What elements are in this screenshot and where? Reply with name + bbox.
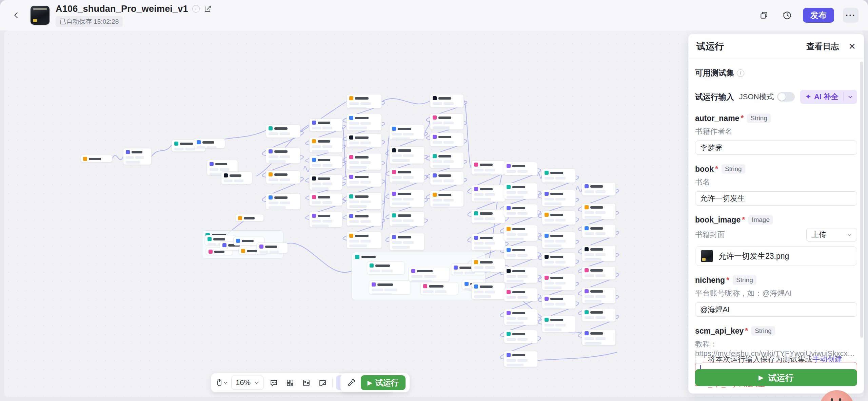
workflow-node[interactable]: [582, 203, 616, 219]
workflow-node[interactable]: [309, 156, 342, 169]
workflow-node[interactable]: [471, 161, 505, 175]
workflow-node[interactable]: [430, 171, 464, 185]
workflow-node[interactable]: [430, 113, 464, 130]
workflow-node[interactable]: [471, 282, 505, 299]
workflow-node[interactable]: [235, 214, 264, 221]
publish-button[interactable]: 发布: [803, 8, 834, 23]
workflow-node[interactable]: [504, 309, 538, 325]
workflow-node[interactable]: [582, 224, 616, 238]
info-icon[interactable]: i: [737, 69, 744, 77]
workflow-node[interactable]: [389, 168, 425, 183]
workflow-node[interactable]: [369, 280, 410, 295]
workflow-node[interactable]: [542, 232, 576, 249]
layout-grid-icon[interactable]: [283, 376, 296, 389]
workflow-node[interactable]: [347, 212, 382, 226]
chevron-down-icon[interactable]: [844, 94, 857, 100]
workflow-node[interactable]: [582, 245, 616, 261]
workflow-node[interactable]: [389, 233, 425, 251]
workflow-node[interactable]: [582, 308, 616, 322]
workflow-node[interactable]: [367, 261, 405, 274]
workflow-node[interactable]: [542, 274, 576, 291]
manual-create-link[interactable]: 手动创建: [812, 355, 842, 363]
workflow-node[interactable]: [347, 192, 382, 209]
workflow-node[interactable]: [347, 232, 382, 249]
workflow-node[interactable]: [504, 246, 538, 259]
workflow-node[interactable]: [430, 152, 464, 168]
workflow-node[interactable]: [420, 282, 458, 295]
workflow-node[interactable]: [471, 209, 505, 224]
workflow-node[interactable]: [542, 295, 576, 309]
workflow-node[interactable]: [389, 125, 425, 140]
workflow-node[interactable]: [582, 287, 616, 303]
workflow-node[interactable]: [504, 225, 538, 241]
workflow-node[interactable]: [582, 182, 616, 196]
workflow-node[interactable]: [471, 258, 505, 272]
workflow-node[interactable]: [430, 94, 464, 108]
workflow-node[interactable]: [309, 137, 342, 153]
workflow-node[interactable]: [347, 94, 382, 108]
zoom-select[interactable]: 16%: [231, 376, 264, 390]
workflow-node[interactable]: [389, 146, 425, 164]
history-icon[interactable]: [780, 8, 794, 22]
workflow-node[interactable]: [347, 114, 382, 131]
image-icon[interactable]: [300, 376, 313, 389]
workflow-node[interactable]: [266, 170, 300, 184]
uploaded-file-item[interactable]: 允许一切发生23.png: [695, 246, 857, 266]
note-icon[interactable]: [316, 376, 329, 389]
workflow-node[interactable]: [123, 148, 152, 165]
workflow-node[interactable]: [309, 119, 342, 131]
workflow-node[interactable]: [409, 267, 449, 282]
workflow-node[interactable]: [347, 173, 382, 187]
workflow-node[interactable]: [266, 124, 300, 138]
workflow-node[interactable]: [221, 171, 252, 184]
back-button[interactable]: [9, 8, 23, 22]
save-as-testset-checkbox[interactable]: [695, 355, 703, 363]
upload-method-select[interactable]: 上传: [806, 228, 857, 241]
workflow-node[interactable]: [504, 204, 538, 217]
test-run-button[interactable]: ▶ 试运行: [361, 375, 406, 390]
workflow-node[interactable]: [194, 138, 225, 148]
panel-test-run-button[interactable]: ▶ 试运行: [695, 369, 857, 386]
duplicate-icon[interactable]: [757, 8, 771, 22]
comment-icon[interactable]: [267, 376, 280, 389]
workflow-node[interactable]: [309, 212, 342, 227]
autor-name-input[interactable]: [695, 141, 857, 155]
close-icon[interactable]: ✕: [848, 42, 856, 51]
workflow-node[interactable]: [471, 185, 505, 202]
workflow-node[interactable]: [257, 242, 288, 253]
view-logs-button[interactable]: 查看日志: [806, 41, 839, 52]
workflow-node[interactable]: [504, 330, 538, 343]
workflow-node[interactable]: [504, 267, 538, 283]
pointer-mode-icon[interactable]: [215, 376, 228, 389]
book-input[interactable]: [695, 191, 857, 206]
workflow-node[interactable]: [542, 253, 576, 267]
ai-complete-button[interactable]: ✦ AI 补全: [800, 90, 857, 104]
workflow-node[interactable]: [542, 169, 576, 183]
workflow-node[interactable]: [582, 266, 616, 280]
workflow-node[interactable]: [347, 133, 382, 148]
workflow-node[interactable]: [266, 193, 300, 210]
json-mode-toggle[interactable]: [777, 92, 795, 102]
workflow-node[interactable]: [430, 133, 464, 146]
workflow-node[interactable]: [347, 153, 382, 170]
workflow-node[interactable]: [309, 174, 342, 190]
workflow-node[interactable]: [430, 191, 464, 207]
workflow-node[interactable]: [504, 288, 538, 301]
workflow-node[interactable]: [582, 329, 616, 345]
info-icon[interactable]: i: [192, 5, 200, 13]
workflow-node[interactable]: [389, 190, 425, 207]
workflow-node[interactable]: [309, 193, 342, 206]
workflow-node[interactable]: [504, 351, 538, 367]
workflow-node[interactable]: [266, 147, 300, 164]
edit-icon[interactable]: [204, 5, 212, 13]
more-button[interactable]: ···: [843, 8, 859, 23]
nicheng-input[interactable]: [695, 302, 857, 317]
workflow-node[interactable]: [504, 183, 538, 199]
workflow-node[interactable]: [542, 211, 576, 225]
workflow-node[interactable]: [504, 162, 538, 175]
workflow-node[interactable]: [471, 234, 505, 251]
workflow-node[interactable]: [80, 155, 113, 162]
workflow-node[interactable]: [542, 316, 576, 333]
workflow-node[interactable]: [389, 211, 425, 226]
workflow-node[interactable]: [542, 190, 576, 207]
